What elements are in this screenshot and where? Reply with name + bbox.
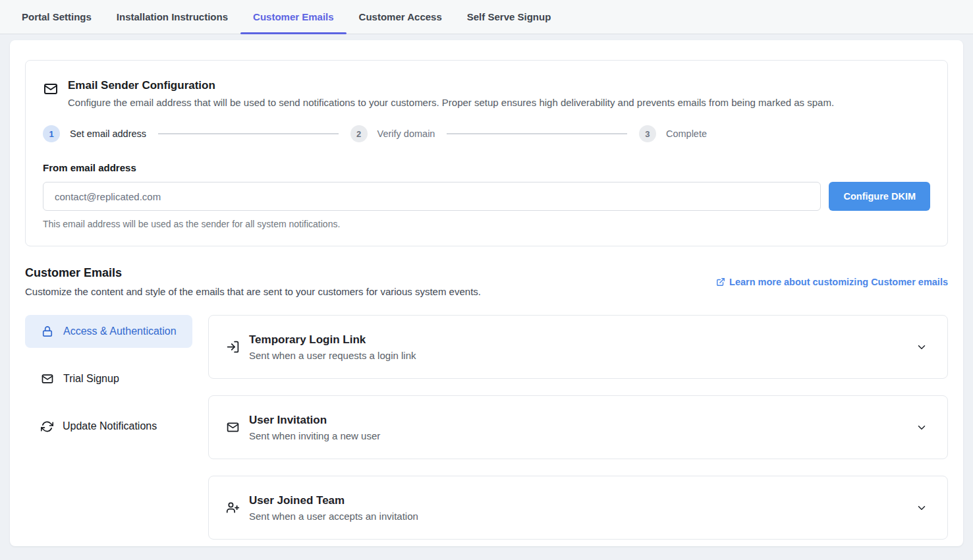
email-template-cards: Temporary Login Link Sent when a user re… [208, 315, 948, 540]
customer-emails-title: Customer Emails [25, 266, 481, 280]
mail-icon [43, 81, 59, 97]
tab-installation-instructions[interactable]: Installation Instructions [104, 0, 240, 34]
customer-emails-panel: Email Sender Configuration Configure the… [10, 40, 963, 546]
step-label: Verify domain [377, 128, 435, 139]
sender-config-description: Configure the email address that will be… [68, 97, 834, 108]
email-card-title: User Joined Team [249, 494, 908, 507]
mail-icon [41, 372, 54, 385]
step-number-badge: 1 [43, 125, 60, 142]
sender-config-title: Email Sender Configuration [68, 79, 834, 92]
customer-emails-description: Customize the content and style of the e… [25, 286, 481, 297]
email-card-subtitle: Sent when a user requests a login link [249, 350, 908, 361]
sidebar-item-label: Access & Authentication [63, 323, 177, 339]
tab-customer-emails[interactable]: Customer Emails [240, 0, 347, 34]
email-card-subtitle: Sent when a user accepts an invitation [249, 511, 908, 522]
card-text: User Joined Team Sent when a user accept… [249, 494, 908, 522]
step-label: Set email address [70, 128, 146, 139]
stepper-connector [158, 133, 339, 134]
customer-emails-heading-block: Customer Emails Customize the content an… [25, 266, 481, 297]
sidebar-item-trial-signup[interactable]: Trial Signup [25, 362, 192, 395]
sender-config-text: Email Sender Configuration Configure the… [68, 79, 834, 108]
step-number-badge: 2 [350, 125, 368, 142]
chevron-down-icon[interactable] [916, 502, 928, 514]
email-setup-stepper: 1 Set email address 2 Verify domain 3 Co… [43, 125, 707, 142]
email-card-temporary-login-link[interactable]: Temporary Login Link Sent when a user re… [208, 315, 948, 379]
sidebar-item-update-notifications[interactable]: Update Notifications [25, 410, 192, 443]
email-card-subtitle: Sent when inviting a new user [249, 430, 908, 441]
from-email-row: Configure DKIM [43, 182, 930, 211]
sidebar-item-label: Update Notifications [63, 418, 157, 434]
tab-self-serve-signup[interactable]: Self Serve Signup [455, 0, 564, 34]
email-card-user-invitation[interactable]: User Invitation Sent when inviting a new… [208, 395, 948, 459]
step-number-badge: 3 [639, 125, 656, 142]
step-set-email-address: 1 Set email address [43, 125, 146, 142]
learn-more-label: Learn more about customizing Customer em… [729, 277, 948, 287]
external-link-icon [716, 277, 725, 287]
chevron-down-icon[interactable] [916, 422, 928, 434]
card-text: User Invitation Sent when inviting a new… [249, 414, 908, 441]
card-text: Temporary Login Link Sent when a user re… [249, 333, 908, 361]
mail-icon [226, 420, 240, 434]
customer-emails-section-header: Customer Emails Customize the content an… [25, 266, 948, 297]
email-category-sidebar: Access & Authentication Trial Signup Upd… [25, 315, 192, 540]
step-label: Complete [666, 128, 707, 139]
from-email-label: From email address [43, 162, 930, 173]
refresh-icon [41, 420, 53, 433]
sidebar-item-access-authentication[interactable]: Access & Authentication [25, 315, 192, 348]
email-card-title: User Invitation [249, 414, 908, 427]
from-email-input[interactable] [43, 182, 821, 211]
user-plus-icon [226, 501, 240, 515]
chevron-down-icon[interactable] [916, 341, 928, 353]
customer-emails-content: Access & Authentication Trial Signup Upd… [25, 315, 948, 540]
learn-more-link[interactable]: Learn more about customizing Customer em… [716, 277, 948, 287]
settings-tabbar: Portal Settings Installation Instruction… [0, 0, 973, 34]
tab-portal-settings[interactable]: Portal Settings [9, 0, 104, 34]
step-complete: 3 Complete [639, 125, 707, 142]
login-icon [226, 340, 240, 354]
step-verify-domain: 2 Verify domain [350, 125, 435, 142]
configure-dkim-button[interactable]: Configure DKIM [829, 182, 930, 211]
from-email-helper-text: This email address will be used as the s… [43, 219, 930, 229]
sidebar-item-label: Trial Signup [63, 371, 119, 387]
email-card-title: Temporary Login Link [249, 333, 908, 347]
stepper-connector [447, 133, 627, 134]
tab-customer-access[interactable]: Customer Access [347, 0, 455, 34]
email-card-user-joined-team[interactable]: User Joined Team Sent when a user accept… [208, 476, 948, 540]
email-sender-config-card: Email Sender Configuration Configure the… [25, 60, 948, 246]
sender-config-header: Email Sender Configuration Configure the… [43, 79, 930, 108]
lock-icon [41, 325, 54, 338]
